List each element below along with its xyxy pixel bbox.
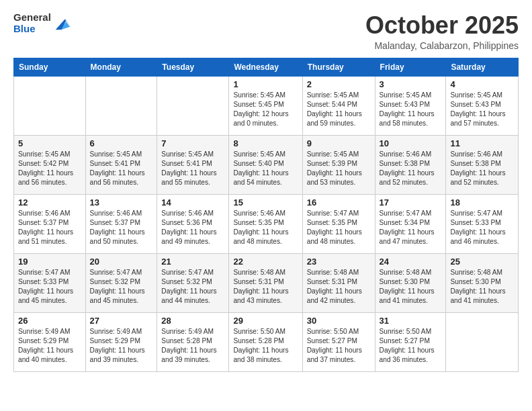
day-number-11: 11 [450, 138, 514, 148]
logo: General Blue [13, 12, 71, 34]
day-number-31: 31 [380, 316, 442, 326]
day-number-28: 28 [161, 316, 224, 326]
cell-week1-day5: 10Sunrise: 5:46 AM Sunset: 5:38 PM Dayli… [375, 135, 446, 194]
logo-blue: Blue [13, 24, 51, 35]
cell-week3-day4: 23Sunrise: 5:48 AM Sunset: 5:31 PM Dayli… [302, 253, 375, 312]
week-row-1: 5Sunrise: 5:45 AM Sunset: 5:42 PM Daylig… [14, 135, 519, 194]
day-number-10: 10 [380, 138, 442, 148]
cell-week2-day0: 12Sunrise: 5:46 AM Sunset: 5:37 PM Dayli… [14, 194, 86, 253]
month-title: October 2025 [365, 12, 519, 39]
header-thursday: Thursday [302, 58, 375, 76]
day-number-4: 4 [450, 79, 514, 89]
day-info-27: Sunrise: 5:49 AM Sunset: 5:29 PM Dayligh… [90, 327, 153, 365]
day-info-15: Sunrise: 5:46 AM Sunset: 5:35 PM Dayligh… [233, 209, 298, 247]
cell-week0-day3: 1Sunrise: 5:45 AM Sunset: 5:45 PM Daylig… [229, 76, 302, 135]
day-info-17: Sunrise: 5:47 AM Sunset: 5:34 PM Dayligh… [380, 209, 442, 247]
day-number-12: 12 [18, 197, 81, 208]
cell-week4-day3: 29Sunrise: 5:50 AM Sunset: 5:28 PM Dayli… [229, 312, 302, 371]
location: Malanday, Calabarzon, Philippines [365, 40, 519, 51]
day-info-29: Sunrise: 5:50 AM Sunset: 5:28 PM Dayligh… [233, 327, 298, 365]
day-number-24: 24 [380, 257, 442, 267]
week-row-2: 12Sunrise: 5:46 AM Sunset: 5:37 PM Dayli… [14, 194, 519, 253]
header-monday: Monday [85, 58, 157, 76]
day-info-13: Sunrise: 5:46 AM Sunset: 5:37 PM Dayligh… [90, 209, 153, 247]
cell-week4-day1: 27Sunrise: 5:49 AM Sunset: 5:29 PM Dayli… [85, 312, 157, 371]
cell-week4-day6 [446, 312, 519, 371]
cell-week3-day2: 21Sunrise: 5:47 AM Sunset: 5:32 PM Dayli… [157, 253, 229, 312]
day-number-18: 18 [450, 197, 514, 208]
day-number-15: 15 [233, 197, 298, 208]
day-info-7: Sunrise: 5:45 AM Sunset: 5:41 PM Dayligh… [161, 150, 224, 188]
cell-week4-day4: 30Sunrise: 5:50 AM Sunset: 5:27 PM Dayli… [302, 312, 375, 371]
day-info-10: Sunrise: 5:46 AM Sunset: 5:38 PM Dayligh… [380, 150, 442, 188]
day-info-19: Sunrise: 5:47 AM Sunset: 5:33 PM Dayligh… [18, 268, 81, 306]
day-info-5: Sunrise: 5:45 AM Sunset: 5:42 PM Dayligh… [18, 150, 81, 188]
cell-week1-day3: 8Sunrise: 5:45 AM Sunset: 5:40 PM Daylig… [229, 135, 302, 194]
header-sunday: Sunday [14, 58, 86, 76]
cell-week3-day5: 24Sunrise: 5:48 AM Sunset: 5:30 PM Dayli… [375, 253, 446, 312]
day-info-24: Sunrise: 5:48 AM Sunset: 5:30 PM Dayligh… [380, 268, 442, 306]
day-number-20: 20 [90, 257, 153, 267]
header-wednesday: Wednesday [229, 58, 302, 76]
day-number-7: 7 [161, 138, 224, 148]
page: General Blue October 2025 Malanday, Cala… [0, 0, 532, 411]
cell-week3-day0: 19Sunrise: 5:47 AM Sunset: 5:33 PM Dayli… [14, 253, 86, 312]
day-number-22: 22 [233, 257, 298, 267]
calendar-table: Sunday Monday Tuesday Wednesday Thursday… [13, 58, 519, 372]
cell-week2-day6: 18Sunrise: 5:47 AM Sunset: 5:33 PM Dayli… [446, 194, 519, 253]
day-number-2: 2 [307, 79, 371, 89]
day-number-13: 13 [90, 197, 153, 208]
day-info-18: Sunrise: 5:47 AM Sunset: 5:33 PM Dayligh… [450, 209, 514, 247]
cell-week0-day0 [14, 76, 86, 135]
day-info-16: Sunrise: 5:47 AM Sunset: 5:35 PM Dayligh… [307, 209, 371, 247]
logo-icon [52, 14, 71, 33]
day-info-6: Sunrise: 5:45 AM Sunset: 5:41 PM Dayligh… [90, 150, 153, 188]
header-saturday: Saturday [446, 58, 519, 76]
day-info-3: Sunrise: 5:45 AM Sunset: 5:43 PM Dayligh… [380, 91, 442, 129]
week-row-4: 26Sunrise: 5:49 AM Sunset: 5:29 PM Dayli… [14, 312, 519, 371]
day-number-6: 6 [90, 138, 153, 148]
cell-week1-day4: 9Sunrise: 5:45 AM Sunset: 5:39 PM Daylig… [302, 135, 375, 194]
day-number-19: 19 [18, 257, 81, 267]
day-number-16: 16 [307, 197, 371, 208]
header-area: General Blue October 2025 Malanday, Cala… [13, 12, 519, 51]
day-info-11: Sunrise: 5:46 AM Sunset: 5:38 PM Dayligh… [450, 150, 514, 188]
day-info-1: Sunrise: 5:45 AM Sunset: 5:45 PM Dayligh… [233, 91, 298, 129]
day-info-4: Sunrise: 5:45 AM Sunset: 5:43 PM Dayligh… [450, 91, 514, 129]
cell-week3-day1: 20Sunrise: 5:47 AM Sunset: 5:32 PM Dayli… [85, 253, 157, 312]
cell-week3-day6: 25Sunrise: 5:48 AM Sunset: 5:30 PM Dayli… [446, 253, 519, 312]
day-number-25: 25 [450, 257, 514, 267]
day-number-8: 8 [233, 138, 298, 148]
cell-week0-day5: 3Sunrise: 5:45 AM Sunset: 5:43 PM Daylig… [375, 76, 446, 135]
title-area: October 2025 Malanday, Calabarzon, Phili… [365, 12, 519, 51]
day-number-14: 14 [161, 197, 224, 208]
day-info-25: Sunrise: 5:48 AM Sunset: 5:30 PM Dayligh… [450, 268, 514, 306]
day-number-5: 5 [18, 138, 81, 148]
cell-week0-day2 [157, 76, 229, 135]
day-number-17: 17 [380, 197, 442, 208]
cell-week1-day0: 5Sunrise: 5:45 AM Sunset: 5:42 PM Daylig… [14, 135, 86, 194]
cell-week4-day2: 28Sunrise: 5:49 AM Sunset: 5:28 PM Dayli… [157, 312, 229, 371]
week-row-3: 19Sunrise: 5:47 AM Sunset: 5:33 PM Dayli… [14, 253, 519, 312]
cell-week4-day5: 31Sunrise: 5:50 AM Sunset: 5:27 PM Dayli… [375, 312, 446, 371]
day-number-23: 23 [307, 257, 371, 267]
week-row-0: 1Sunrise: 5:45 AM Sunset: 5:45 PM Daylig… [14, 76, 519, 135]
cell-week4-day0: 26Sunrise: 5:49 AM Sunset: 5:29 PM Dayli… [14, 312, 86, 371]
cell-week0-day1 [85, 76, 157, 135]
cell-week2-day5: 17Sunrise: 5:47 AM Sunset: 5:34 PM Dayli… [375, 194, 446, 253]
cell-week3-day3: 22Sunrise: 5:48 AM Sunset: 5:31 PM Dayli… [229, 253, 302, 312]
day-info-23: Sunrise: 5:48 AM Sunset: 5:31 PM Dayligh… [307, 268, 371, 306]
day-info-21: Sunrise: 5:47 AM Sunset: 5:32 PM Dayligh… [161, 268, 224, 306]
day-number-21: 21 [161, 257, 224, 267]
day-number-9: 9 [307, 138, 371, 148]
header-tuesday: Tuesday [157, 58, 229, 76]
logo-text: General Blue [13, 12, 51, 34]
weekday-header-row: Sunday Monday Tuesday Wednesday Thursday… [14, 58, 519, 76]
day-info-31: Sunrise: 5:50 AM Sunset: 5:27 PM Dayligh… [380, 327, 442, 365]
day-info-30: Sunrise: 5:50 AM Sunset: 5:27 PM Dayligh… [307, 327, 371, 365]
day-number-1: 1 [233, 79, 298, 89]
day-info-20: Sunrise: 5:47 AM Sunset: 5:32 PM Dayligh… [90, 268, 153, 306]
cell-week2-day1: 13Sunrise: 5:46 AM Sunset: 5:37 PM Dayli… [85, 194, 157, 253]
day-number-30: 30 [307, 316, 371, 326]
day-number-3: 3 [380, 79, 442, 89]
